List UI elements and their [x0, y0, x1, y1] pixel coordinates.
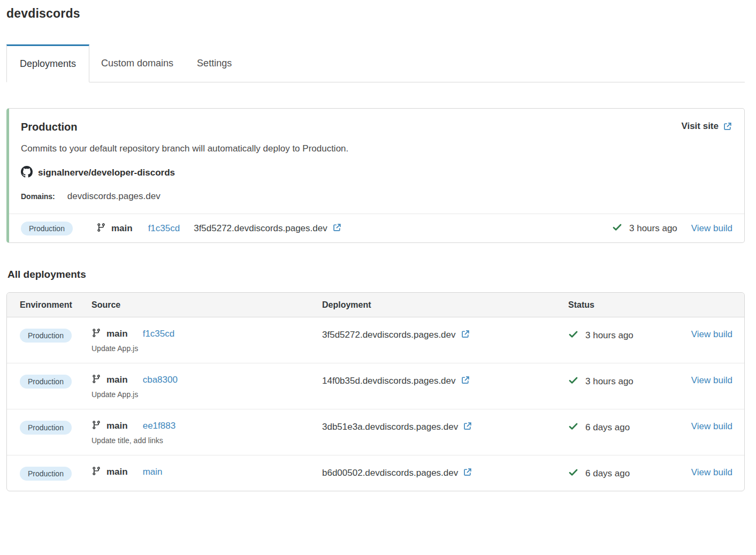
- environment-badge: Production: [20, 421, 72, 435]
- visit-site-link[interactable]: Visit site: [681, 121, 732, 132]
- external-link-icon: [723, 121, 732, 131]
- git-branch-icon: [96, 223, 106, 234]
- success-check-icon: [568, 375, 578, 387]
- branch-name: main: [111, 223, 133, 234]
- commit-link[interactable]: f1c35cd: [143, 329, 175, 339]
- tab-deployments-label: Deployments: [20, 58, 76, 70]
- success-check-icon: [568, 329, 578, 341]
- commit-message: Update title, add links: [91, 436, 322, 445]
- branch-name: main: [106, 467, 128, 477]
- tab-deployments[interactable]: Deployments: [6, 44, 89, 82]
- success-check-icon: [568, 467, 578, 480]
- production-deployment-row: Production main f1c35cd 3f5d5272.devdisc…: [9, 214, 744, 242]
- table-row: Production main f1c35cd Update App.js 3f…: [7, 317, 744, 363]
- deployments-table-body: Production main f1c35cd Update App.js 3f…: [7, 317, 744, 491]
- commit-message: Update App.js: [91, 390, 322, 399]
- tab-settings-label: Settings: [197, 58, 232, 69]
- external-link-icon[interactable]: [332, 223, 342, 234]
- pages-project-page: devdiscords Deployments Custom domains S…: [0, 0, 756, 504]
- column-deployment: Deployment: [322, 300, 568, 310]
- view-build-link[interactable]: View build: [691, 421, 732, 431]
- domains-label: Domains:: [21, 192, 55, 201]
- git-branch-icon: [91, 466, 101, 478]
- commit-link[interactable]: cba8300: [143, 375, 178, 385]
- deployment-url: b6d00502.devdiscords.pages.dev: [322, 468, 458, 478]
- production-card-title: Production: [21, 121, 78, 133]
- tab-bar: Deployments Custom domains Settings: [6, 44, 745, 82]
- page-title: devdiscords: [6, 6, 745, 21]
- table-row: Production main main b6d00502.devdiscord…: [7, 455, 744, 491]
- view-build-link[interactable]: View build: [691, 375, 732, 385]
- table-row: Production main ee1f883 Update title, ad…: [7, 409, 744, 455]
- deployments-table: Environment Source Deployment Status Pro…: [6, 292, 745, 491]
- column-source: Source: [91, 300, 322, 310]
- view-build-link[interactable]: View build: [691, 223, 732, 234]
- visit-site-label: Visit site: [681, 121, 719, 132]
- deployment-url: 3db51e3a.devdiscords.pages.dev: [322, 422, 458, 432]
- tab-custom-domains[interactable]: Custom domains: [89, 44, 185, 82]
- branch-name: main: [106, 421, 128, 431]
- branch-name: main: [106, 329, 128, 339]
- repository-name: signalnerve/developer-discords: [38, 168, 175, 178]
- commit-link[interactable]: f1c35cd: [148, 223, 180, 234]
- git-branch-icon: [91, 328, 101, 340]
- environment-badge: Production: [20, 329, 72, 343]
- tab-settings[interactable]: Settings: [185, 44, 243, 82]
- deployment-url: 3f5d5272.devdiscords.pages.dev: [194, 223, 327, 234]
- table-header: Environment Source Deployment Status: [7, 293, 744, 317]
- github-icon: [21, 166, 33, 180]
- commit-message: Update App.js: [91, 344, 322, 353]
- column-status: Status: [568, 300, 678, 310]
- environment-badge: Production: [21, 222, 73, 235]
- success-check-icon: [568, 421, 578, 434]
- external-link-icon[interactable]: [461, 329, 470, 341]
- environment-badge: Production: [20, 467, 72, 481]
- success-check-icon: [612, 222, 622, 234]
- production-description: Commits to your default repository branc…: [21, 143, 732, 154]
- status-time: 6 days ago: [585, 422, 630, 433]
- external-link-icon[interactable]: [463, 467, 472, 479]
- environment-badge: Production: [20, 375, 72, 389]
- production-card: Production Visit site Commits to your de…: [6, 108, 745, 243]
- view-build-link[interactable]: View build: [691, 467, 732, 477]
- external-link-icon[interactable]: [463, 421, 472, 433]
- view-build-link[interactable]: View build: [691, 329, 732, 339]
- deployment-url: 14f0b35d.devdiscords.pages.dev: [322, 376, 456, 386]
- tab-custom-domains-label: Custom domains: [101, 58, 173, 69]
- commit-link[interactable]: main: [143, 467, 163, 477]
- table-row: Production main cba8300 Update App.js 14…: [7, 363, 744, 409]
- status-time: 3 hours ago: [629, 223, 677, 234]
- deployment-url: 3f5d5272.devdiscords.pages.dev: [322, 330, 456, 340]
- all-deployments-title: All deployments: [7, 269, 745, 280]
- commit-link[interactable]: ee1f883: [143, 421, 175, 431]
- domains-value: devdiscords.pages.dev: [67, 191, 161, 202]
- branch-name: main: [106, 375, 128, 385]
- column-environment: Environment: [20, 300, 91, 310]
- status-time: 3 hours ago: [585, 330, 633, 341]
- status-time: 6 days ago: [585, 468, 630, 479]
- external-link-icon[interactable]: [461, 375, 470, 387]
- git-branch-icon: [91, 420, 101, 432]
- status-time: 3 hours ago: [585, 376, 633, 387]
- git-branch-icon: [91, 374, 101, 386]
